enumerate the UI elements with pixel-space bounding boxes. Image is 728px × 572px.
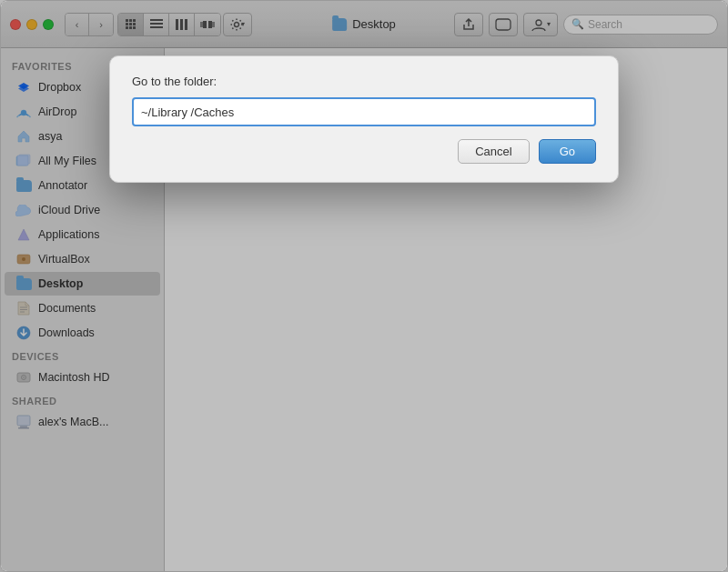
folder-path-input[interactable] xyxy=(132,97,596,126)
modal-title: Go to the folder: xyxy=(132,75,596,88)
modal-overlay: Go to the folder: Cancel Go xyxy=(1,1,727,571)
modal-buttons: Cancel Go xyxy=(132,139,596,164)
cancel-button[interactable]: Cancel xyxy=(458,139,529,164)
go-button[interactable]: Go xyxy=(539,139,596,164)
go-to-folder-modal: Go to the folder: Cancel Go xyxy=(109,55,619,183)
finder-window: ‹ › xyxy=(0,0,728,572)
